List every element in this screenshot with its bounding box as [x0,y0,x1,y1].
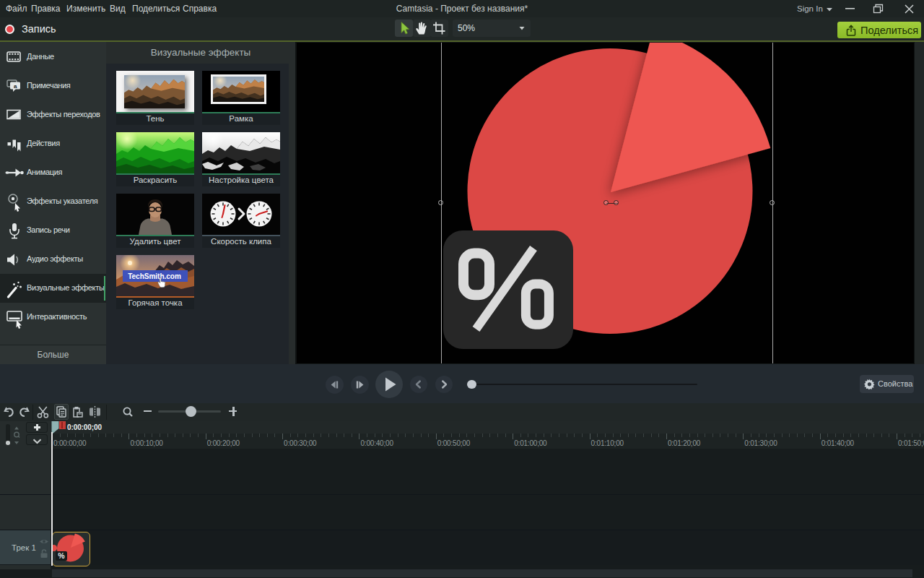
svg-text:TechSmith.com: TechSmith.com [128,272,181,280]
